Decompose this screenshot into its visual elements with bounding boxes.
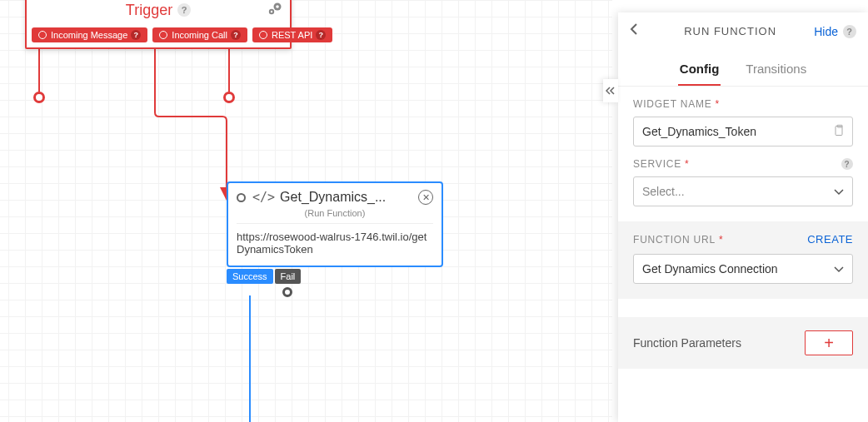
back-icon[interactable] — [630, 22, 638, 40]
port-icon — [259, 31, 267, 39]
trigger-events: Incoming Message ? Incoming Call ? REST … — [27, 22, 290, 47]
select-placeholder: Select... — [642, 185, 685, 198]
event-label: REST API — [272, 30, 312, 40]
service-select[interactable]: Select... — [633, 176, 853, 206]
hide-panel-link[interactable]: Hide — [814, 25, 838, 38]
svg-point-3 — [271, 11, 272, 12]
function-subtitle: (Run Function) — [228, 208, 441, 223]
panel-tabs: Config Transitions — [618, 50, 868, 87]
event-label: Incoming Message — [51, 30, 127, 40]
tab-config[interactable]: Config — [678, 53, 721, 86]
config-panel: RUN FUNCTION Hide ? Config Transitions W… — [618, 12, 868, 422]
required-marker: * — [685, 158, 689, 170]
function-url-select[interactable]: Get Dynamics Connection — [633, 254, 853, 284]
help-icon[interactable]: ? — [316, 30, 326, 40]
chevron-down-icon — [834, 185, 844, 198]
outcome-fail-label: Fail — [281, 271, 296, 281]
output-port[interactable] — [223, 92, 235, 103]
output-port[interactable] — [33, 92, 45, 103]
add-parameter-button[interactable]: + — [805, 330, 853, 355]
function-header: </> Get_Dynamics_... ✕ — [228, 183, 441, 208]
trigger-node[interactable]: Trigger ? Incoming Message ? Incoming Ca… — [25, 0, 292, 49]
svg-point-1 — [276, 5, 279, 8]
settings-icon[interactable] — [267, 1, 283, 20]
select-value: Get Dynamics Connection — [642, 262, 778, 276]
required-marker: * — [716, 98, 720, 110]
close-icon[interactable]: ✕ — [418, 190, 433, 205]
help-icon[interactable]: ? — [843, 25, 856, 38]
chevron-down-icon — [834, 262, 844, 276]
field-widget-name: WIDGET NAME* — [618, 87, 868, 146]
field-label: WIDGET NAME* — [633, 98, 853, 110]
code-icon: </> — [252, 190, 275, 205]
widget-name-input[interactable] — [633, 117, 853, 146]
function-title: Get_Dynamics_... — [280, 190, 386, 205]
help-icon[interactable]: ? — [841, 158, 853, 170]
event-rest-api[interactable]: REST API ? — [252, 27, 332, 42]
flow-canvas[interactable]: Trigger ? Incoming Message ? Incoming Ca… — [0, 0, 612, 422]
parameters-label: Function Parameters — [633, 336, 805, 350]
field-service: SERVICE* ? Select... — [618, 146, 868, 206]
port-icon — [38, 31, 47, 39]
tab-transitions[interactable]: Transitions — [744, 53, 808, 86]
field-label: FUNCTION URL* — [633, 234, 807, 246]
panel-title: RUN FUNCTION — [646, 25, 814, 37]
event-label: Incoming Call — [172, 30, 227, 40]
clipboard-icon[interactable] — [835, 125, 845, 139]
drag-handle-icon[interactable] — [237, 193, 246, 202]
outcome-fail[interactable]: Fail — [275, 269, 302, 284]
trigger-header: Trigger ? — [27, 0, 290, 22]
help-icon[interactable]: ? — [131, 30, 141, 40]
create-function-link[interactable]: CREATE — [807, 233, 853, 246]
event-incoming-message[interactable]: Incoming Message ? — [32, 27, 147, 42]
outcome-success[interactable]: Success — [227, 269, 273, 284]
field-label: SERVICE* ? — [633, 158, 853, 170]
function-node[interactable]: </> Get_Dynamics_... ✕ (Run Function) ht… — [227, 181, 443, 267]
section-function-parameters: Function Parameters + — [618, 317, 868, 369]
help-icon[interactable]: ? — [177, 3, 191, 17]
port-icon — [159, 31, 167, 39]
required-marker: * — [719, 234, 723, 246]
output-port[interactable] — [282, 287, 292, 297]
section-function-url: FUNCTION URL* CREATE Get Dynamics Connec… — [618, 221, 868, 299]
outcome-row: Success Fail — [227, 269, 302, 284]
trigger-title: Trigger — [126, 2, 172, 19]
collapse-panel-button[interactable] — [603, 79, 618, 102]
function-url-text: https://rosewood-walrus-1746.twil.io/get… — [228, 224, 441, 266]
event-incoming-call[interactable]: Incoming Call ? — [152, 27, 247, 42]
help-icon[interactable]: ? — [231, 30, 241, 40]
panel-header: RUN FUNCTION Hide ? — [618, 12, 868, 50]
